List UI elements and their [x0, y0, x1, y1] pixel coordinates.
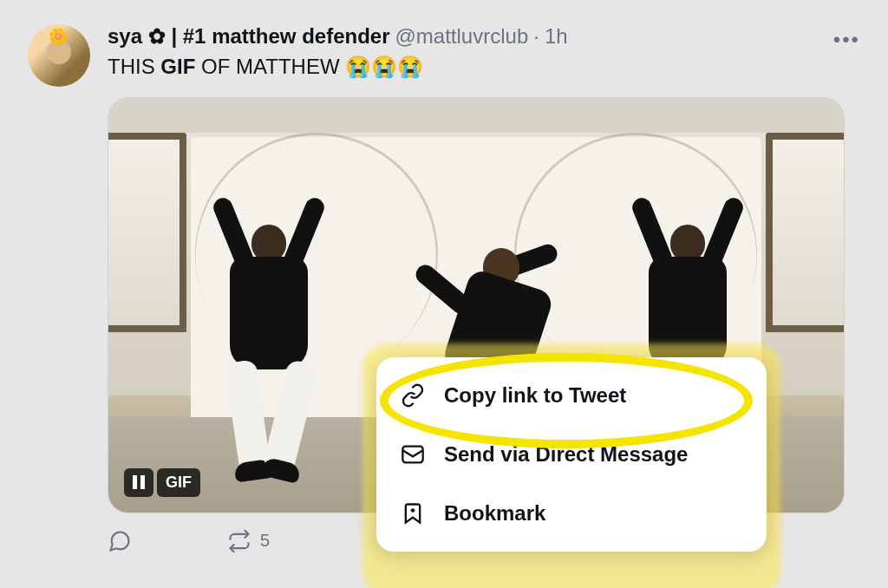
- emoji-group: 😭😭😭: [345, 55, 423, 78]
- retweet-count: 5: [260, 531, 270, 551]
- retweet-button[interactable]: 5: [227, 529, 270, 553]
- bookmark-icon: [401, 501, 425, 526]
- separator: ·: [533, 24, 539, 49]
- user-handle[interactable]: @mattluvrclub: [395, 24, 529, 49]
- timestamp[interactable]: 1h: [545, 24, 568, 49]
- scene-ceiling: [108, 98, 844, 133]
- media-badge: GIF: [124, 468, 200, 497]
- scene-window-right: [766, 133, 844, 332]
- reply-icon: [108, 529, 132, 553]
- tweet-header: sya ✿ | #1 matthew defender @mattluvrclu…: [108, 24, 860, 49]
- retweet-icon: [227, 529, 251, 553]
- envelope-icon: [401, 442, 425, 467]
- more-options-button[interactable]: •••: [833, 28, 860, 52]
- bookmark-item[interactable]: Bookmark: [376, 484, 767, 543]
- send-dm-item[interactable]: Send via Direct Message: [376, 425, 767, 484]
- svg-rect-0: [402, 447, 422, 463]
- link-icon: [401, 383, 425, 408]
- reply-button[interactable]: [108, 529, 132, 553]
- menu-label: Send via Direct Message: [444, 442, 688, 467]
- text-part: THIS: [108, 55, 160, 78]
- pause-button[interactable]: [124, 468, 153, 497]
- text-bold: GIF: [160, 55, 195, 78]
- scene-window-left: [108, 133, 186, 332]
- menu-label: Bookmark: [444, 501, 545, 526]
- text-part: OF MATTHEW: [195, 55, 345, 78]
- pause-icon: [133, 475, 145, 489]
- avatar[interactable]: [28, 24, 90, 87]
- dancer-figure: [208, 209, 330, 487]
- copy-link-item[interactable]: Copy link to Tweet: [376, 366, 767, 425]
- menu-label: Copy link to Tweet: [444, 383, 626, 408]
- share-menu: Copy link to Tweet Send via Direct Messa…: [376, 357, 767, 552]
- gif-badge: GIF: [157, 468, 200, 497]
- tweet-text: THIS GIF OF MATTHEW 😭😭😭: [108, 52, 860, 82]
- display-name[interactable]: sya ✿ | #1 matthew defender: [108, 24, 390, 49]
